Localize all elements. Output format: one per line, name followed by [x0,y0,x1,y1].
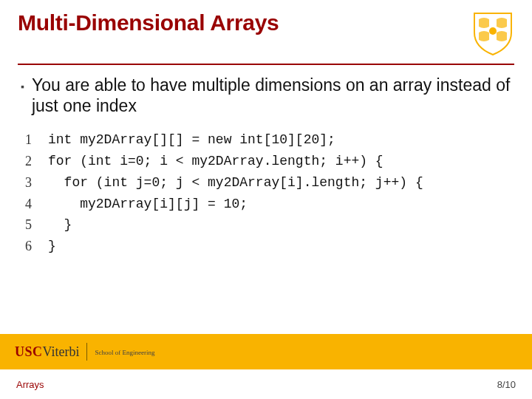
page-number: 8/10 [497,379,516,390]
header: Multi-Dimensional Arrays [0,0,532,61]
line-number: 5 [25,214,32,236]
shield-icon [471,10,514,56]
line-number: 1 [25,129,32,151]
code-line: my2DArray[i][j] = 10; [48,194,423,215]
code-line: int my2DArray[][] = new int[10][20]; [48,129,423,151]
logo-usc: USC [15,344,43,359]
line-number: 3 [25,172,32,194]
footer-band: USCViterbi School of Engineering [0,334,532,369]
code-block: 1 2 3 4 5 6 int my2DArray[][] = new int[… [21,129,511,257]
code-line: for (int j=0; j < my2DArray[i].length; j… [48,172,423,194]
section-label: Arrays [16,379,44,390]
logo-subtitle: School of Engineering [95,349,154,356]
code-lines: int my2DArray[][] = new int[10][20]; for… [48,129,423,257]
code-line: for (int i=0; i < my2DArray.length; i++)… [48,151,423,172]
line-number: 6 [25,236,32,257]
logo: USCViterbi School of Engineering [15,343,154,361]
bullet-marker: ▪ [21,75,24,92]
bottom-bar: Arrays 8/10 [0,369,532,399]
slide-title: Multi-Dimensional Arrays [18,10,279,35]
logo-text: USCViterbi [15,345,79,358]
line-number: 2 [25,151,32,172]
logo-divider [86,343,87,361]
code-line: } [48,214,423,236]
line-numbers: 1 2 3 4 5 6 [25,129,32,257]
logo-viterbi: Viterbi [43,344,80,359]
slide: Multi-Dimensional Arrays ▪ You are able … [0,0,532,399]
bullet-item: ▪ You are able to have multiple dimensio… [21,75,511,116]
line-number: 4 [25,194,32,215]
code-line: } [48,236,423,257]
bullet-text: You are able to have multiple dimensions… [32,75,511,116]
svg-point-0 [489,27,497,35]
